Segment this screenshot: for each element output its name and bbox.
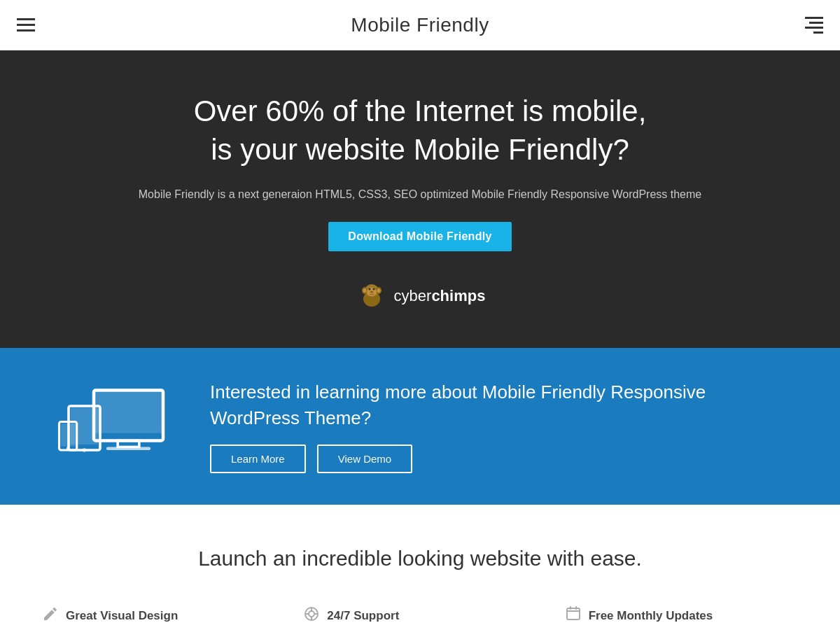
feature-item-updates: Free Monthly Updates Volutpat sapien nec… xyxy=(565,606,798,630)
hero-subtext: Mobile Friendly is a next generaion HTML… xyxy=(14,188,826,201)
monkey-icon xyxy=(355,279,388,313)
feature-title-support: 24/7 Support xyxy=(327,609,399,623)
svg-point-4 xyxy=(363,288,366,293)
svg-rect-12 xyxy=(118,441,139,447)
lines-menu-button[interactable] xyxy=(805,17,823,34)
svg-point-19 xyxy=(66,447,70,450)
svg-point-8 xyxy=(372,288,374,290)
header: Mobile Friendly xyxy=(0,0,840,50)
updates-icon xyxy=(565,606,582,626)
banner-content: Interested in learning more about Mobile… xyxy=(210,379,784,473)
feature-item-support: 24/7 Support Mauris volutpat sapien nec … xyxy=(303,606,536,630)
svg-rect-11 xyxy=(94,391,163,433)
svg-rect-18 xyxy=(61,424,75,446)
feature-header-support: 24/7 Support xyxy=(303,606,536,626)
download-button[interactable]: Download Mobile Friendly xyxy=(328,222,511,251)
feature-header-updates: Free Monthly Updates xyxy=(565,606,798,626)
hero-headline: Over 60% of the Internet is mobile,is yo… xyxy=(175,92,665,169)
svg-point-21 xyxy=(309,611,314,617)
feature-item-design: Great Visual Design Proin iaculis, lorem… xyxy=(42,606,275,630)
svg-rect-13 xyxy=(106,447,150,451)
svg-point-9 xyxy=(370,291,373,293)
banner-buttons: Learn More View Demo xyxy=(210,444,784,473)
svg-point-5 xyxy=(377,288,380,293)
banner-headline: Interested in learning more about Mobile… xyxy=(210,379,784,430)
feature-title-design: Great Visual Design xyxy=(66,609,178,623)
features-section: Launch an incredible looking website wit… xyxy=(0,505,840,630)
devices-illustration xyxy=(56,376,182,477)
feature-title-updates: Free Monthly Updates xyxy=(589,609,713,623)
view-demo-button[interactable]: View Demo xyxy=(317,444,412,473)
cyberchimps-logo: cyberchimps xyxy=(14,279,826,313)
hamburger-menu-button[interactable] xyxy=(17,18,35,31)
learn-more-button[interactable]: Learn More xyxy=(210,444,306,473)
design-icon xyxy=(42,606,59,626)
svg-point-16 xyxy=(83,448,86,451)
blue-banner-section: Interested in learning more about Mobile… xyxy=(0,348,840,505)
cyberchimps-text: cyberchimps xyxy=(394,287,486,305)
feature-header-design: Great Visual Design xyxy=(42,606,275,626)
svg-rect-26 xyxy=(567,608,580,620)
hero-section: Over 60% of the Internet is mobile,is yo… xyxy=(0,50,840,348)
support-icon xyxy=(303,606,320,626)
features-title: Launch an incredible looking website wit… xyxy=(42,547,798,570)
svg-point-7 xyxy=(368,288,370,290)
site-title: Mobile Friendly xyxy=(351,14,489,36)
features-grid: Great Visual Design Proin iaculis, lorem… xyxy=(42,606,798,630)
